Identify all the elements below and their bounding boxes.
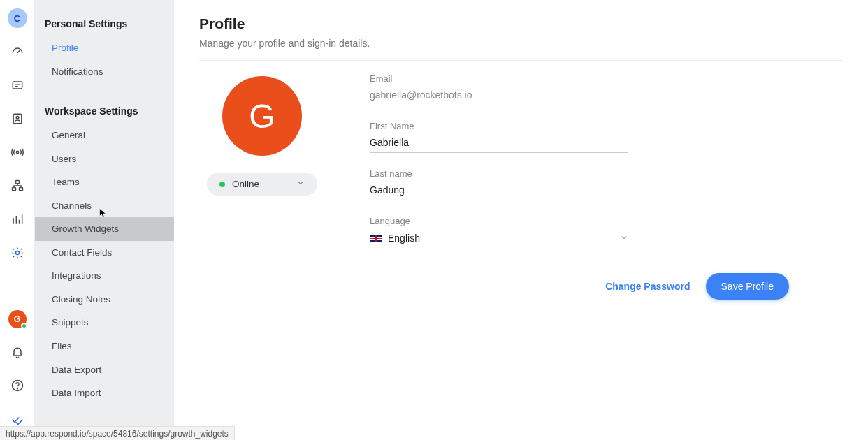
sitemap-icon (10, 179, 24, 193)
status-label: Online (232, 179, 259, 189)
sidebar-item-integrations[interactable]: Integrations (35, 264, 174, 288)
gear-icon (10, 246, 24, 260)
sidebar-item-closing-notes[interactable]: Closing Notes (35, 288, 174, 311)
chevron-down-icon (620, 232, 628, 244)
help-icon (10, 379, 24, 393)
gauge-icon (10, 45, 24, 59)
sidebar-header-personal: Personal Settings (35, 14, 174, 36)
workspace-avatar[interactable]: C (8, 8, 27, 28)
nav-workflows[interactable] (5, 173, 30, 198)
avatar-initial: G (249, 97, 275, 135)
chevron-down-icon (296, 179, 305, 189)
settings-sidebar: Personal Settings Profile Notifications … (35, 0, 174, 440)
svg-rect-5 (12, 188, 15, 191)
nav-help[interactable] (5, 373, 30, 398)
browser-statusbar: https://app.respond.io/space/54816/setti… (0, 426, 235, 440)
bar-chart-icon (10, 212, 24, 226)
page-subtitle: Manage your profile and sign-in details. (199, 38, 843, 49)
message-icon (10, 78, 24, 92)
sidebar-item-general[interactable]: General (35, 124, 174, 147)
nav-broadcast[interactable] (5, 140, 30, 165)
language-selector[interactable]: English (370, 229, 628, 249)
main-content: Profile Manage your profile and sign-in … (174, 0, 868, 440)
contact-icon (10, 112, 24, 126)
divider (199, 60, 842, 61)
nav-contacts[interactable] (5, 106, 30, 131)
nav-dashboard[interactable] (5, 39, 30, 64)
email-field (370, 87, 628, 105)
save-profile-button[interactable]: Save Profile (706, 273, 789, 300)
status-dot-icon (219, 182, 225, 187)
nav-settings[interactable] (5, 240, 30, 265)
status-selector[interactable]: Online (207, 173, 317, 196)
sidebar-item-profile[interactable]: Profile (35, 36, 174, 60)
svg-rect-0 (13, 82, 22, 89)
svg-point-9 (17, 388, 17, 389)
svg-point-2 (16, 117, 19, 119)
sidebar-item-growth-widgets[interactable]: Growth Widgets (35, 217, 174, 241)
svg-rect-4 (15, 181, 19, 184)
sidebar-item-data-import[interactable]: Data Import (35, 381, 174, 405)
profile-avatar[interactable]: G (222, 76, 302, 156)
last-name-label: Last name (370, 168, 628, 179)
page-title: Profile (199, 15, 843, 32)
sidebar-item-data-export[interactable]: Data Export (35, 358, 174, 382)
language-value: English (388, 233, 620, 244)
sidebar-item-teams[interactable]: Teams (35, 170, 174, 194)
double-check-icon (10, 412, 24, 426)
first-name-input[interactable] (370, 134, 628, 153)
nav-reports[interactable] (5, 207, 30, 232)
sidebar-item-users[interactable]: Users (35, 147, 174, 171)
bell-icon (10, 345, 24, 359)
svg-point-3 (16, 151, 18, 153)
icon-rail: C G (0, 0, 35, 440)
sidebar-item-channels[interactable]: Channels (35, 194, 174, 218)
nav-notifications[interactable] (5, 339, 30, 365)
email-label: Email (370, 73, 628, 84)
change-password-button[interactable]: Change Password (605, 281, 690, 292)
workspace-initial: C (14, 13, 20, 24)
online-dot-icon (21, 323, 27, 329)
sidebar-item-snippets[interactable]: Snippets (35, 311, 174, 335)
last-name-input[interactable] (370, 182, 628, 200)
language-label: Language (370, 216, 628, 226)
sidebar-item-files[interactable]: Files (35, 335, 174, 358)
nav-messages[interactable] (5, 73, 30, 98)
broadcast-icon (10, 145, 24, 159)
sidebar-item-contact-fields[interactable]: Contact Fields (35, 241, 174, 265)
sidebar-header-workspace: Workspace Settings (35, 101, 174, 124)
svg-rect-6 (19, 188, 22, 191)
user-avatar-initial: G (14, 314, 20, 324)
svg-point-7 (15, 251, 19, 255)
first-name-label: First Name (370, 121, 628, 131)
uk-flag-icon (370, 235, 382, 242)
user-avatar-rail[interactable]: G (8, 310, 27, 328)
sidebar-item-notifications[interactable]: Notifications (35, 60, 174, 84)
